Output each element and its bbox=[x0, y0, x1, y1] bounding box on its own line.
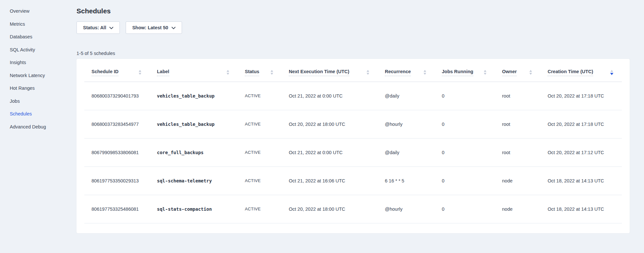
sidebar-item-jobs[interactable]: Jobs bbox=[10, 98, 77, 104]
recurrence-cell: 6 16 * * 5 bbox=[378, 166, 435, 195]
sidebar: Overview Metrics Databases SQL Activity … bbox=[0, 0, 77, 253]
status-cell: ACTIVE bbox=[238, 82, 282, 110]
sidebar-item-schedules[interactable]: Schedules bbox=[10, 111, 77, 117]
schedule-id-cell: 806800373290401793 bbox=[84, 82, 150, 110]
next-execution-cell: Oct 21, 2022 at 16:06 UTC bbox=[282, 166, 378, 195]
column-header-creation-time[interactable]: Creation Time (UTC) bbox=[540, 59, 622, 82]
next-execution-cell: Oct 21, 2022 at 0:00 UTC bbox=[282, 82, 378, 110]
schedule-id-cell: 806197753350029313 bbox=[84, 166, 150, 195]
results-count: 1-5 of 5 schedules bbox=[77, 51, 630, 56]
column-header-jobs-running[interactable]: Jobs Running bbox=[435, 59, 495, 82]
owner-cell: node bbox=[495, 166, 540, 195]
owner-cell: node bbox=[495, 195, 540, 223]
sidebar-item-hot-ranges[interactable]: Hot Ranges bbox=[10, 85, 77, 91]
column-header-recurrence[interactable]: Recurrence bbox=[378, 59, 435, 82]
column-header-schedule-id[interactable]: Schedule ID bbox=[84, 59, 150, 82]
jobs-running-cell: 0 bbox=[435, 138, 495, 166]
sort-arrows-icon[interactable] bbox=[139, 70, 141, 75]
sort-arrows-icon[interactable] bbox=[271, 70, 273, 75]
chevron-down-icon bbox=[109, 27, 113, 29]
recurrence-cell: @hourly bbox=[378, 110, 435, 138]
jobs-running-cell: 0 bbox=[435, 195, 495, 223]
creation-time-cell: Oct 18, 2022 at 14:13 UTC bbox=[540, 195, 622, 223]
page-title: Schedules bbox=[77, 7, 630, 16]
sidebar-item-sql-activity[interactable]: SQL Activity bbox=[10, 47, 77, 53]
column-header-owner[interactable]: Owner bbox=[495, 59, 540, 82]
jobs-running-cell: 0 bbox=[435, 82, 495, 110]
sort-arrows-icon[interactable] bbox=[484, 70, 486, 75]
sort-arrows-icon[interactable] bbox=[529, 70, 532, 75]
sidebar-item-databases[interactable]: Databases bbox=[10, 34, 77, 40]
status-cell: ACTIVE bbox=[238, 138, 282, 166]
recurrence-cell: @hourly bbox=[378, 195, 435, 223]
chevron-down-icon bbox=[172, 27, 175, 29]
recurrence-cell: @daily bbox=[378, 138, 435, 166]
schedule-label-cell[interactable]: vehicles_table_backup bbox=[150, 82, 238, 110]
schedule-label-cell[interactable]: sql-stats-compaction bbox=[150, 195, 238, 223]
table-row: 806799098533806081 core_full_backups ACT… bbox=[84, 138, 622, 166]
owner-cell: root bbox=[495, 138, 540, 166]
next-execution-cell: Oct 20, 2022 at 18:00 UTC bbox=[282, 195, 378, 223]
creation-time-cell: Oct 20, 2022 at 17:18 UTC bbox=[540, 82, 622, 110]
status-filter-dropdown[interactable]: Status: All bbox=[77, 21, 120, 34]
table-row: 806197753350029313 sql-schema-telemetry … bbox=[84, 166, 622, 195]
schedules-table: Schedule ID Label Status Next Execution … bbox=[84, 59, 622, 223]
filter-bar: Status: All Show: Latest 50 bbox=[77, 21, 630, 34]
sort-arrows-icon[interactable] bbox=[424, 70, 426, 75]
creation-time-cell: Oct 20, 2022 at 17:18 UTC bbox=[540, 110, 622, 138]
next-execution-cell: Oct 21, 2022 at 0:00 UTC bbox=[282, 138, 378, 166]
sidebar-item-metrics[interactable]: Metrics bbox=[10, 21, 77, 27]
owner-cell: root bbox=[495, 82, 540, 110]
schedule-label-cell[interactable]: sql-schema-telemetry bbox=[150, 166, 238, 195]
sort-arrows-icon[interactable] bbox=[227, 70, 229, 75]
jobs-running-cell: 0 bbox=[435, 166, 495, 195]
creation-time-cell: Oct 20, 2022 at 17:12 UTC bbox=[540, 138, 622, 166]
schedule-label-cell[interactable]: vehicles_table_backup bbox=[150, 110, 238, 138]
owner-cell: root bbox=[495, 110, 540, 138]
sidebar-item-overview[interactable]: Overview bbox=[10, 8, 77, 14]
schedule-id-cell: 806800373283454977 bbox=[84, 110, 150, 138]
sidebar-item-insights[interactable]: Insights bbox=[10, 60, 77, 65]
table-row: 806800373283454977 vehicles_table_backup… bbox=[84, 110, 622, 138]
creation-time-cell: Oct 18, 2022 at 14:13 UTC bbox=[540, 166, 622, 195]
main-content: Schedules Status: All Show: Latest 50 1-… bbox=[77, 0, 630, 233]
schedule-id-cell: 806197753325486081 bbox=[84, 195, 150, 223]
table-row: 806800373290401793 vehicles_table_backup… bbox=[84, 82, 622, 110]
column-header-label[interactable]: Label bbox=[150, 59, 238, 82]
show-filter-dropdown[interactable]: Show: Latest 50 bbox=[126, 21, 182, 34]
sort-arrows-icon[interactable] bbox=[367, 70, 369, 75]
sidebar-item-network-latency[interactable]: Network Latency bbox=[10, 73, 77, 78]
status-cell: ACTIVE bbox=[238, 166, 282, 195]
next-execution-cell: Oct 20, 2022 at 18:00 UTC bbox=[282, 110, 378, 138]
jobs-running-cell: 0 bbox=[435, 110, 495, 138]
table-header-row: Schedule ID Label Status Next Execution … bbox=[84, 59, 622, 82]
column-header-status[interactable]: Status bbox=[238, 59, 282, 82]
sort-arrows-icon[interactable] bbox=[610, 70, 613, 75]
status-cell: ACTIVE bbox=[238, 195, 282, 223]
table-row: 806197753325486081 sql-stats-compaction … bbox=[84, 195, 622, 223]
schedule-id-cell: 806799098533806081 bbox=[84, 138, 150, 166]
schedules-table-card: Schedule ID Label Status Next Execution … bbox=[77, 59, 630, 233]
column-header-next-execution-time[interactable]: Next Execution Time (UTC) bbox=[282, 59, 378, 82]
recurrence-cell: @daily bbox=[378, 82, 435, 110]
schedule-label-cell[interactable]: core_full_backups bbox=[150, 138, 238, 166]
status-filter-label: Status: All bbox=[83, 25, 106, 30]
status-cell: ACTIVE bbox=[238, 110, 282, 138]
sidebar-item-advanced-debug[interactable]: Advanced Debug bbox=[10, 124, 77, 130]
show-filter-label: Show: Latest 50 bbox=[132, 25, 168, 30]
